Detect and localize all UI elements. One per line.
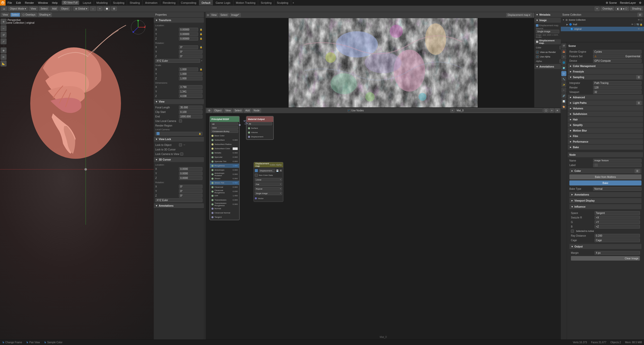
tab-layout[interactable]: Layout (80, 0, 94, 5)
use-nodes-cb[interactable] (348, 109, 351, 112)
color-management-section[interactable]: ▼ Color Management (568, 64, 643, 69)
camera-field[interactable]: 🔒 (155, 132, 202, 136)
transform-global[interactable]: ⊕ Global ▾ (73, 7, 89, 11)
tool-rotate[interactable]: ↺ (1, 32, 7, 38)
tab-scripting[interactable]: Scripting (258, 0, 274, 5)
clip-start[interactable]: 0.100 (179, 110, 202, 114)
tool-transform[interactable]: ⊕ (1, 47, 7, 53)
node-type-icon[interactable]: ⚙ (207, 108, 212, 113)
mat-unlink[interactable]: ✕ (555, 108, 560, 113)
influence-header[interactable]: ▼ Influence (569, 204, 641, 209)
scale-x[interactable]: 1.000 (179, 68, 198, 71)
material-selector[interactable]: Mat_0 (455, 109, 543, 113)
lock-to-object-cb[interactable] (179, 143, 182, 146)
tool-measure[interactable]: 📐 (1, 60, 7, 67)
node-add-btn[interactable]: Add (244, 108, 251, 113)
ray-distance-field[interactable]: 0.200 (595, 234, 640, 238)
view-as-render-cb[interactable] (536, 51, 539, 54)
tool-move[interactable]: ↔ (1, 25, 7, 31)
cursor-x[interactable]: 0.0000 (179, 167, 202, 171)
color-presets[interactable]: ☰ (635, 169, 640, 173)
mat-new[interactable]: + (549, 108, 554, 113)
menu-help[interactable]: Help (50, 0, 60, 5)
feature-set-selector[interactable]: ⚠ Experimental (593, 54, 641, 58)
bake-btn[interactable]: Bake from Multires (569, 174, 641, 179)
popup-close-icon[interactable]: ✕ (280, 169, 282, 172)
hair-section[interactable]: ▼ Hair (568, 117, 643, 122)
cursor-ry[interactable]: 0° (179, 189, 202, 193)
viewport-mode-selector[interactable]: 3D View Full (62, 1, 79, 5)
tool-annotate[interactable]: ✏ (1, 54, 7, 60)
overlays-btn[interactable]: Overlays (601, 7, 614, 11)
device-selector[interactable]: GPU Compute (593, 59, 641, 63)
cursor-rz[interactable]: 0° (179, 194, 202, 198)
object-btn[interactable]: Object (59, 7, 70, 11)
status-sample-color[interactable]: 🖱 Sample Color (44, 341, 62, 344)
props-tab-render[interactable]: 🎬 (561, 43, 566, 48)
select-btn[interactable]: Select (39, 7, 49, 11)
viewport-menu-select[interactable]: Select (10, 13, 20, 17)
props-tab-object[interactable]: ⬡ (561, 71, 566, 76)
node-select-btn[interactable]: Select (233, 108, 243, 113)
popup-extension[interactable]: Repeat ▾ (255, 187, 282, 191)
loc-x[interactable]: 0.00000 (179, 28, 198, 32)
props-tab-physics[interactable]: ⚛ (561, 88, 566, 93)
use-alpha-cb[interactable] (536, 55, 539, 58)
rot-y[interactable]: 0° (179, 50, 202, 54)
simplify-section[interactable]: ▼ Simplify (568, 122, 643, 128)
film-section[interactable]: ▼ Film (568, 134, 643, 139)
subdivision-section[interactable]: ▼ Subdivision (568, 111, 643, 116)
viewlock-header[interactable]: ▼ View Lock (154, 137, 204, 142)
clear-image-btn[interactable]: Clear Image (571, 256, 640, 261)
outliner-item-friall[interactable]: ▶ 🔵 friall 👁 ⬡ 📷 🔒 (561, 22, 644, 27)
tab-default[interactable]: Default (199, 0, 213, 5)
loc-y-icon[interactable]: 🔒 (200, 33, 202, 35)
tab-gamelogic[interactable]: Game Logic (213, 0, 233, 5)
node-color-header[interactable]: ▼ Color ☰ (569, 168, 641, 173)
render-samples[interactable]: 128 (593, 86, 641, 89)
popup-colorspace[interactable]: Linear ▾ (255, 178, 282, 181)
rot-z[interactable]: 0° (179, 54, 202, 58)
space-selector[interactable]: Tangent (595, 211, 640, 215)
scene-selector[interactable]: ⚙ Scene (604, 0, 618, 6)
swizzle-g[interactable]: +Y (595, 220, 640, 224)
viewport-overlay-btn[interactable]: ⬡ Overlays (21, 13, 37, 17)
props-tab-view[interactable]: 👁 (561, 54, 566, 59)
object-mode-selector[interactable]: Object Mode ▾ (8, 7, 28, 11)
outliner-scene-collection[interactable]: ▼ ⊟ Scene Collection 👁 ⬡ (561, 18, 644, 22)
img-select-btn[interactable]: Select (219, 13, 229, 17)
viewport-display-header[interactable]: ▼ Viewport Display (569, 198, 641, 203)
menu-window[interactable]: Window (36, 0, 50, 5)
scale-y[interactable]: 1.000 (179, 72, 202, 76)
motion-blur-section[interactable]: ▼ Motion Blur (568, 128, 643, 133)
img-name-selector[interactable]: Displacement map ▾ (506, 13, 532, 17)
mat-slots[interactable]: + (450, 108, 455, 113)
popup-save-icon[interactable]: 💾 (276, 169, 279, 172)
proportional-edit[interactable]: ⚬ (97, 7, 103, 11)
gizmo-toggle[interactable]: ⌖ (595, 7, 600, 11)
top-settings[interactable]: ⚙ (637, 0, 643, 6)
sampling-presets[interactable]: ☰ (636, 75, 641, 79)
props-tab-particles[interactable]: ✨ (561, 82, 566, 87)
bake-section[interactable]: ▼ Bake (568, 145, 643, 150)
img-image-btn[interactable]: Image* (230, 13, 241, 17)
euler-icon[interactable]: ▾ (201, 59, 202, 62)
img-annotations-header[interactable]: ▼ Annotations (534, 64, 561, 69)
tab-modeling[interactable]: Modeling (94, 0, 111, 5)
bsdf-type[interactable]: All (211, 122, 238, 126)
props-tab-material[interactable]: 🎨 (561, 104, 566, 109)
tab-compositing[interactable]: Compositing (178, 0, 199, 5)
focal-length[interactable]: 35.000 (179, 106, 202, 109)
swizzle-r[interactable]: +X (595, 216, 640, 219)
cursor-euler[interactable]: XYZ Euler (155, 198, 202, 202)
props-tab-world[interactable]: 🌍 (561, 66, 566, 71)
outliner-item-original[interactable]: 🔷 original 👁 ⬡ (561, 27, 644, 31)
image-section-header[interactable]: ▼ Image (534, 18, 561, 23)
status-change-frame[interactable]: 🖱 Change Frame (2, 341, 22, 344)
tab-sculpting2[interactable]: Sculpting (274, 0, 291, 5)
tab-sculpting[interactable]: Sculpting (110, 0, 127, 5)
loc-x-icon[interactable]: 🔒 (200, 28, 202, 31)
lock-to-object-icon[interactable]: ✏ (183, 144, 186, 146)
bake-type-selector[interactable]: Normal (593, 187, 641, 191)
mat-browse[interactable]: ⬡ (543, 108, 549, 113)
